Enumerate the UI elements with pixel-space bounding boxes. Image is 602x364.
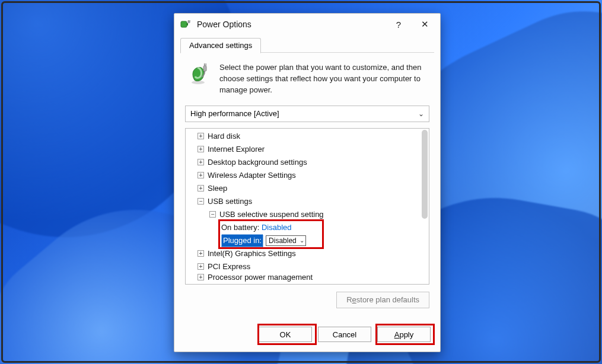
collapse-icon[interactable]: − [198, 198, 204, 205]
plan-selector[interactable]: High performance [Active] ⌄ [185, 106, 429, 122]
svg-rect-3 [190, 20, 190, 21]
intro-text: Select the power plan that you want to c… [219, 62, 427, 96]
ok-button[interactable]: OK [259, 327, 312, 342]
expand-icon[interactable]: + [198, 159, 204, 165]
close-button[interactable]: ✕ [412, 15, 438, 33]
dialog-button-row: OK Cancel Apply [174, 318, 440, 352]
tree-internet-explorer[interactable]: Internet Explorer [208, 143, 265, 156]
expand-icon[interactable]: + [198, 172, 204, 178]
help-button[interactable]: ? [386, 15, 412, 33]
power-plan-icon [187, 62, 211, 96]
cancel-button[interactable]: Cancel [318, 327, 371, 342]
window-title: Power Options [197, 20, 251, 29]
on-battery-value[interactable]: Disabled [262, 221, 292, 234]
expand-icon[interactable]: + [198, 185, 204, 191]
power-options-dialog: Power Options ? ✕ Advanced settings Sele… [174, 13, 441, 352]
plugged-in-dropdown[interactable]: Disabled ⌄ [266, 235, 306, 246]
svg-rect-8 [206, 63, 206, 66]
tree-desktop-background[interactable]: Desktop background settings [208, 156, 307, 169]
tree-processor-power[interactable]: Processor power management [208, 273, 313, 282]
tab-strip: Advanced settings [180, 37, 434, 53]
expand-icon[interactable]: + [198, 263, 204, 270]
intro-block: Select the power plan that you want to c… [174, 53, 440, 102]
plan-selector-value: High performance [Active] [190, 109, 279, 118]
scrollbar-thumb[interactable] [422, 130, 428, 219]
plugged-in-label: Plugged in: [221, 234, 263, 247]
on-battery-label: On battery: [221, 221, 259, 234]
tree-hard-disk[interactable]: Hard disk [208, 130, 240, 143]
plugged-in-value: Disabled [269, 234, 297, 247]
svg-rect-6 [203, 66, 206, 71]
tree-pci-express[interactable]: PCI Express [208, 260, 250, 273]
chevron-down-icon: ⌄ [300, 234, 304, 247]
tree-usb-settings[interactable]: USB settings [208, 195, 252, 208]
tree-usb-selective-suspend[interactable]: USB selective suspend setting [219, 208, 324, 221]
collapse-icon[interactable]: − [209, 211, 216, 218]
expand-icon[interactable]: + [198, 133, 204, 139]
svg-rect-1 [187, 23, 188, 25]
tree-wireless-adapter[interactable]: Wireless Adapter Settings [208, 169, 296, 182]
expand-icon[interactable]: + [198, 146, 204, 152]
tree-sleep[interactable]: Sleep [208, 182, 227, 195]
svg-rect-0 [181, 21, 187, 27]
settings-tree: +Hard disk +Internet Explorer +Desktop b… [185, 128, 429, 285]
expand-icon[interactable]: + [198, 274, 204, 280]
apply-button[interactable]: Apply [377, 327, 431, 342]
svg-rect-7 [204, 63, 205, 66]
tree-intel-graphics[interactable]: Intel(R) Graphics Settings [208, 247, 296, 260]
expand-icon[interactable]: + [198, 250, 204, 257]
chevron-down-icon: ⌄ [418, 110, 424, 118]
restore-defaults-button[interactable]: Restore plan defaults [336, 292, 429, 308]
tab-advanced-settings[interactable]: Advanced settings [180, 38, 261, 53]
battery-plug-icon [180, 19, 191, 30]
svg-rect-4 [188, 20, 189, 21]
titlebar: Power Options ? ✕ [174, 14, 440, 35]
